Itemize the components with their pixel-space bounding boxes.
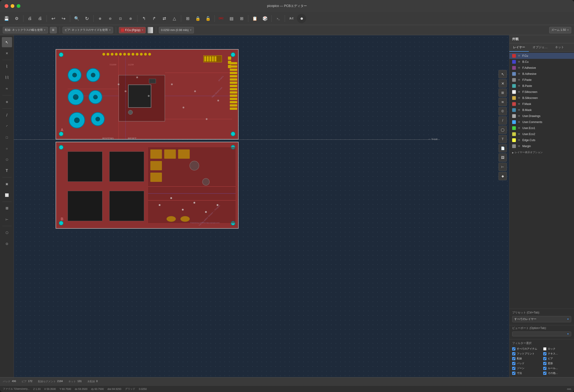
layer-fsilk[interactable]: 👁 F.Silkscreen	[509, 89, 574, 95]
pcb-image-tool[interactable]: 🖼	[2, 203, 12, 213]
layer-userdrawings-eye[interactable]: 👁	[518, 114, 520, 118]
copper-zone-tool[interactable]: ▣	[2, 179, 12, 189]
maximize-button[interactable]	[17, 4, 20, 8]
clearance-dropdown[interactable]: 0.0250 mm (0.98 mils) ▼	[159, 27, 194, 33]
select-tool[interactable]: ↖	[2, 37, 12, 47]
close-button[interactable]	[5, 4, 8, 8]
layer-fadhesive-eye[interactable]: 👁	[518, 66, 520, 69]
filter-other-checkbox[interactable]	[543, 371, 546, 375]
cross-tool[interactable]: ✕	[2, 48, 12, 58]
rotate-ccw-button[interactable]: ↰	[139, 14, 148, 23]
filter-dimension-checkbox[interactable]	[512, 371, 515, 375]
layer-fcu[interactable]: 👁 F.Cu	[509, 53, 574, 59]
img-tool[interactable]: 🖼	[498, 153, 507, 162]
layer-edgecuts-eye[interactable]: 👁	[518, 139, 520, 142]
drc-button[interactable]: DRC	[217, 14, 226, 23]
layer-bmask-eye[interactable]: 👁	[518, 108, 520, 112]
zoom-out-button[interactable]: ⊖	[106, 14, 115, 23]
layer-fsilk-eye[interactable]: 👁	[518, 90, 520, 94]
filter-pad-checkbox[interactable]	[512, 362, 515, 365]
layer-badhesive[interactable]: 👁 B.Adhesive	[509, 71, 574, 77]
grid-canvas-tool[interactable]: ⊞	[498, 88, 507, 97]
circle-tool[interactable]: ◯	[498, 125, 507, 134]
rotate-cw-button[interactable]: ↱	[149, 14, 159, 23]
preset-dropdown[interactable]: すべてのレイヤー ▼	[512, 316, 571, 322]
layer-usereco2[interactable]: 👁 User.Eco2	[509, 131, 574, 137]
layer-dropdown[interactable]: F.Cu (PgUp) ▼	[119, 27, 146, 33]
layer-fmask[interactable]: 👁 F.Mask	[509, 101, 574, 107]
logo-button[interactable]: ⬤	[297, 14, 306, 23]
filter-via-checkbox[interactable]	[543, 357, 546, 360]
tab-layer[interactable]: レイヤー	[509, 43, 529, 52]
draw-poly-tool[interactable]: ⬡	[2, 155, 12, 165]
layer-fpaste-eye[interactable]: 👁	[518, 78, 520, 82]
no-fill-zone-tool[interactable]: ⬜	[2, 190, 12, 200]
footprint-tool[interactable]: ⊕	[2, 97, 12, 107]
layer-usereco1[interactable]: 👁 User.Eco1	[509, 125, 574, 131]
filter-all-checkbox[interactable]	[512, 347, 515, 351]
interactive-router-tool[interactable]: ⬡	[2, 227, 12, 238]
filter-lock-checkbox[interactable]	[543, 347, 546, 351]
diagonal-tool[interactable]: /	[498, 116, 507, 125]
lock-button[interactable]: 🔒	[193, 14, 203, 23]
filter-shape-checkbox[interactable]	[543, 362, 546, 365]
layer-badhesive-eye[interactable]: 👁	[518, 72, 520, 76]
save-button[interactable]: 💾	[2, 14, 11, 23]
cursor-tool-canvas[interactable]: ↖	[498, 70, 507, 78]
filter-zone-checkbox[interactable]	[512, 367, 515, 370]
zoom-in-button[interactable]: ⊕	[95, 14, 105, 23]
layer-fmask-eye[interactable]: 👁	[518, 103, 520, 106]
orbit-tool[interactable]: ⊙	[2, 239, 12, 249]
diamond-tool[interactable]: ◆	[498, 172, 507, 180]
layer-usercomments-eye[interactable]: 👁	[518, 121, 520, 124]
settings-button[interactable]: ⚙	[12, 14, 21, 23]
mirror-button[interactable]: △	[170, 14, 179, 23]
layer-bpaste-eye[interactable]: 👁	[518, 84, 520, 88]
gerber-button[interactable]: 📋	[250, 14, 259, 23]
undo-button[interactable]: ↩	[49, 14, 58, 23]
draw-line-tool[interactable]: /	[2, 110, 12, 120]
layer-fadhesive[interactable]: 👁 F.Adhesive	[509, 65, 574, 71]
scripting-button[interactable]: >_	[274, 14, 283, 23]
doc-tool[interactable]: 📄	[498, 144, 507, 152]
layer-usereco2-eye[interactable]: 👁	[518, 133, 520, 136]
print-button[interactable]: 🖨	[25, 14, 35, 23]
board-setup-button[interactable]: ⊞	[237, 14, 246, 23]
layer-fpaste[interactable]: 👁 F.Paste	[509, 77, 574, 83]
tab-net[interactable]: ネット	[551, 43, 568, 52]
layer-bsilk[interactable]: 👁 B.Silkscreen	[509, 95, 574, 101]
layer-edgecuts[interactable]: 👁 Edge.Cuts	[509, 137, 574, 143]
tune-tool[interactable]: ≈	[2, 84, 12, 94]
ruler-canvas-tool[interactable]: ⊢	[498, 163, 507, 171]
filter-text-checkbox[interactable]	[543, 352, 546, 355]
layer-bcu[interactable]: 👁 B.Cu	[509, 59, 574, 65]
tab-object[interactable]: オブジェ…	[529, 43, 551, 52]
via-dropdown[interactable]: ビア: ネットクラスのサイズを使用 ▼	[62, 27, 113, 33]
unlock-button[interactable]: 🔓	[203, 14, 213, 23]
redo-button[interactable]: ↪	[59, 14, 68, 23]
minimize-button[interactable]	[11, 4, 14, 8]
3d-button[interactable]: 🎲	[260, 14, 270, 23]
jlc-button[interactable]: JLC	[287, 14, 296, 23]
layer-usereco1-eye[interactable]: 👁	[518, 126, 520, 130]
viewport-dropdown[interactable]: ▼	[512, 331, 571, 336]
route-single-tool[interactable]: ⌇	[2, 62, 12, 72]
find-button[interactable]: 🔍	[72, 14, 81, 23]
routing-mode-button[interactable]: ≡	[50, 27, 57, 33]
layer-margin-eye[interactable]: 👁	[518, 144, 520, 148]
canvas-area[interactable]: A 721009 11239	[14, 35, 509, 377]
layer-margin[interactable]: 👁 Margin	[509, 143, 574, 149]
draw-arc-tool[interactable]: ◜	[2, 121, 12, 131]
layer-usercomments[interactable]: 👁 User.Comments	[509, 119, 574, 125]
routing-dropdown[interactable]: 配線: ネットクラスの幅を使用 ▼	[3, 27, 48, 33]
layer-userdrawings[interactable]: 👁 User.Drawings	[509, 113, 574, 119]
measure-tool[interactable]: ⊢	[2, 214, 12, 225]
flip-button[interactable]: ⇄	[160, 14, 169, 23]
filter-trace-checkbox[interactable]	[512, 357, 515, 360]
filter-footprint-checkbox[interactable]	[512, 352, 515, 355]
route-diff-tool[interactable]: ⌇⌇	[2, 73, 12, 83]
layer-display-option[interactable]: レイヤー表示オプション	[509, 149, 574, 155]
text-canvas-tool[interactable]: T	[498, 135, 507, 143]
layer-bcu-eye[interactable]: 👁	[518, 60, 520, 63]
draw-circle-tool[interactable]: ○	[2, 144, 12, 154]
